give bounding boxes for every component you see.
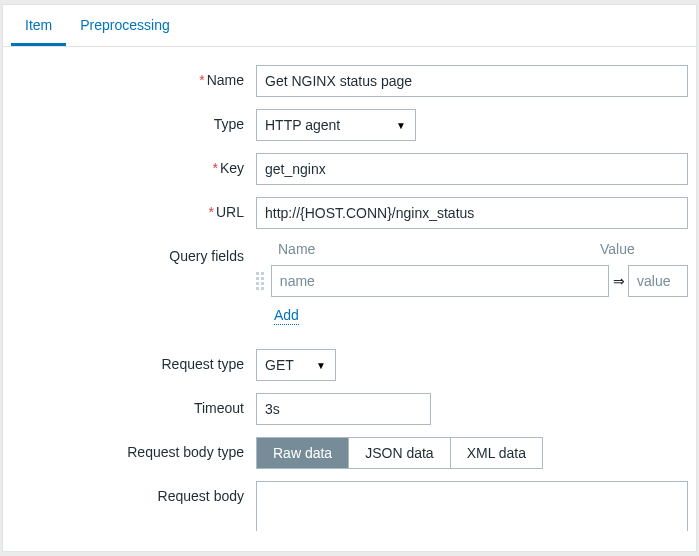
row-timeout: Timeout: [11, 393, 688, 425]
query-field-row: ⇒: [256, 265, 688, 297]
row-body: Request body: [11, 481, 688, 531]
row-request-type: Request type GET: [11, 349, 688, 381]
row-key: *Key: [11, 153, 688, 185]
qf-header-value: Value: [596, 241, 635, 257]
body-type-group: Raw data JSON data XML data: [256, 437, 543, 469]
label-name: *Name: [11, 65, 256, 88]
request-type-select[interactable]: GET: [256, 349, 336, 381]
label-key: *Key: [11, 153, 256, 176]
tab-item[interactable]: Item: [11, 5, 66, 46]
key-input[interactable]: [256, 153, 688, 185]
arrow-icon: ⇒: [609, 273, 628, 289]
body-type-json[interactable]: JSON data: [349, 438, 450, 468]
label-timeout: Timeout: [11, 393, 256, 416]
body-type-xml[interactable]: XML data: [451, 438, 542, 468]
row-url: *URL: [11, 197, 688, 229]
body-type-raw[interactable]: Raw data: [257, 438, 349, 468]
request-body-input[interactable]: [256, 481, 688, 531]
label-query-fields: Query fields: [11, 241, 256, 264]
label-body-type: Request body type: [11, 437, 256, 460]
form: *Name Type HTTP agent *Key: [3, 47, 696, 551]
add-query-field[interactable]: Add: [274, 307, 299, 325]
row-query-fields: Query fields Name Value ⇒: [11, 241, 688, 325]
required-marker: *: [212, 160, 217, 176]
label-request-body: Request body: [11, 481, 256, 504]
label-type: Type: [11, 109, 256, 132]
row-name: *Name: [11, 65, 688, 97]
type-select-wrap: HTTP agent: [256, 109, 416, 141]
qf-value-input[interactable]: [628, 265, 688, 297]
row-type: Type HTTP agent: [11, 109, 688, 141]
tabs: Item Preprocessing: [3, 5, 696, 47]
tab-preprocessing[interactable]: Preprocessing: [66, 5, 184, 46]
request-type-select-wrap: GET: [256, 349, 336, 381]
row-body-type: Request body type Raw data JSON data XML…: [11, 437, 688, 469]
required-marker: *: [209, 204, 214, 220]
query-fields-table: Name Value ⇒ Add: [256, 241, 688, 325]
url-input[interactable]: [256, 197, 688, 229]
qf-header-name: Name: [274, 241, 572, 257]
query-fields-header: Name Value: [256, 241, 688, 257]
drag-handle-icon[interactable]: [256, 271, 267, 291]
timeout-input[interactable]: [256, 393, 431, 425]
item-panel: Item Preprocessing *Name Type HTTP agent: [2, 4, 697, 552]
name-input[interactable]: [256, 65, 688, 97]
type-select[interactable]: HTTP agent: [256, 109, 416, 141]
label-request-type: Request type: [11, 349, 256, 372]
label-url: *URL: [11, 197, 256, 220]
qf-name-input[interactable]: [271, 265, 610, 297]
required-marker: *: [199, 72, 204, 88]
